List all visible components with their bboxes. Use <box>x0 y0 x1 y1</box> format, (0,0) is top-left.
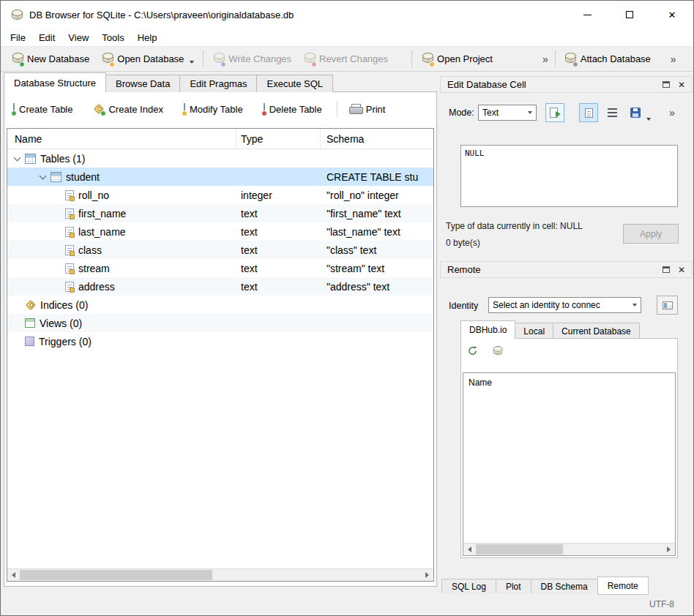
tab-local[interactable]: Local <box>515 323 553 339</box>
print-label: Print <box>366 104 386 115</box>
print-button[interactable]: Print <box>343 99 392 119</box>
write-changes-button[interactable]: Write Changes <box>206 48 297 70</box>
revert-changes-button[interactable]: Revert Changes <box>297 48 394 70</box>
text-mode-button[interactable] <box>579 103 598 122</box>
export-dropdown-icon[interactable] <box>646 118 651 121</box>
close-button[interactable] <box>651 1 693 29</box>
tree-row-first-name[interactable]: first_name text "first_name" text <box>7 204 433 222</box>
scroll-left-button[interactable] <box>7 569 20 581</box>
tab-sql-log[interactable]: SQL Log <box>441 579 496 595</box>
tree-row-roll-no[interactable]: roll_no integer "roll_no" integer <box>7 186 433 204</box>
create-table-button[interactable]: Create Table <box>7 99 78 119</box>
field-icon <box>65 245 74 255</box>
tab-execute-sql[interactable]: Execute SQL <box>256 75 333 92</box>
scrollbar-track[interactable] <box>20 569 421 581</box>
toolbar-overflow-button[interactable]: » <box>539 53 552 65</box>
chevron-down-icon[interactable] <box>14 155 20 162</box>
menu-help[interactable]: Help <box>131 30 164 45</box>
main-tab-bar: Database Structure Browse Data Edit Prag… <box>4 72 332 92</box>
create-table-label: Create Table <box>19 104 72 115</box>
tab-dbhub[interactable]: DBHub.io <box>460 320 515 339</box>
scroll-right-button[interactable] <box>663 544 675 555</box>
float-panel-icon[interactable] <box>663 81 670 88</box>
tree-row-tables[interactable]: Tables (1) <box>7 149 433 168</box>
tree-schema: "first_name" text <box>321 208 433 219</box>
column-header-schema[interactable]: Schema <box>321 129 433 149</box>
menu-view[interactable]: View <box>61 30 95 45</box>
tab-db-schema[interactable]: DB Schema <box>531 579 598 595</box>
tree-row-address[interactable]: address text "address" text <box>7 277 433 296</box>
scrollbar-thumb[interactable] <box>20 570 212 580</box>
edit-cell-panel-header: Edit Database Cell <box>440 76 693 93</box>
column-header-type[interactable]: Type <box>236 129 321 149</box>
scroll-right-button[interactable] <box>421 569 433 581</box>
schema-tree: Name Type Schema Tables (1) student CREA… <box>7 128 434 582</box>
tree-row-last-name[interactable]: last_name text "last_name" text <box>7 222 433 241</box>
tree-row-indices[interactable]: Indices (0) <box>7 296 433 314</box>
close-panel-icon[interactable] <box>678 79 685 90</box>
horizontal-scrollbar[interactable] <box>463 543 675 555</box>
delete-table-button[interactable]: Delete Table <box>258 99 328 119</box>
identity-settings-button[interactable] <box>657 296 678 315</box>
clone-database-button[interactable] <box>491 345 503 356</box>
remote-content: Name <box>460 338 678 558</box>
scrollbar-thumb[interactable] <box>476 544 563 555</box>
export-button[interactable] <box>626 103 645 122</box>
minimize-icon <box>583 15 592 15</box>
horizontal-scrollbar[interactable] <box>7 568 433 581</box>
open-project-button[interactable]: Open Project <box>415 48 499 70</box>
tab-remote[interactable]: Remote <box>597 576 649 595</box>
remote-list-header: Name <box>463 373 675 388</box>
scrollbar-track[interactable] <box>476 544 663 555</box>
structure-toolbar: Create Table Create Index Modify Table D… <box>7 96 400 122</box>
toolbar-overflow-button[interactable]: » <box>667 53 680 65</box>
mode-select[interactable]: Text <box>478 105 537 121</box>
tree-row-stream[interactable]: stream text "stream" text <box>7 259 433 277</box>
tab-current-database[interactable]: Current Database <box>553 323 640 339</box>
close-panel-icon[interactable] <box>678 264 685 275</box>
tree-row-class[interactable]: class text "class" text <box>7 241 433 259</box>
remote-database-list[interactable]: Name <box>463 372 676 556</box>
float-panel-icon[interactable] <box>663 266 670 273</box>
cell-editor[interactable]: NULL <box>460 145 678 207</box>
text-page-icon <box>585 108 593 118</box>
word-wrap-button[interactable] <box>602 103 622 122</box>
menu-tools[interactable]: Tools <box>95 30 130 45</box>
menu-edit[interactable]: Edit <box>32 30 61 45</box>
tree-schema: "last_name" text <box>321 226 433 238</box>
tab-database-structure[interactable]: Database Structure <box>4 72 106 92</box>
tree-schema: CREATE TABLE stu <box>321 171 433 183</box>
identity-select[interactable]: Select an identity to connec <box>488 297 641 313</box>
tree-schema: "roll_no" integer <box>321 189 433 201</box>
tree-row-triggers[interactable]: Triggers (0) <box>7 332 433 350</box>
column-header-name[interactable]: Name <box>7 129 236 149</box>
create-index-button[interactable]: Create Index <box>87 99 168 119</box>
chevron-down-icon[interactable] <box>40 173 46 180</box>
main-toolbar: New Database Open Database Write Changes… <box>1 46 693 72</box>
maximize-button[interactable] <box>608 1 651 29</box>
refresh-button[interactable] <box>467 345 478 356</box>
scroll-left-button[interactable] <box>463 544 476 555</box>
field-icon <box>65 209 74 219</box>
indices-icon <box>25 299 36 310</box>
tree-row-student[interactable]: student CREATE TABLE stu <box>7 168 433 186</box>
tree-row-views[interactable]: Views (0) <box>7 314 433 332</box>
tab-edit-pragmas[interactable]: Edit Pragmas <box>179 75 257 92</box>
new-database-button[interactable]: New Database <box>5 48 95 70</box>
tree-type: text <box>236 244 321 256</box>
cell-size-info: 0 byte(s) <box>446 238 480 248</box>
edit-cell-overflow-button[interactable]: » <box>665 107 679 119</box>
menu-file[interactable]: File <box>4 30 32 45</box>
remote-panel-header: Remote <box>440 261 693 278</box>
import-button[interactable] <box>545 103 564 122</box>
open-database-dropdown-icon[interactable] <box>190 61 194 64</box>
minimize-button[interactable] <box>566 1 608 29</box>
apply-button[interactable]: Apply <box>623 224 679 244</box>
app-icon <box>10 9 22 20</box>
tab-plot[interactable]: Plot <box>496 579 531 595</box>
attach-database-button[interactable]: Attach Database <box>559 48 657 70</box>
modify-table-button[interactable]: Modify Table <box>178 99 249 119</box>
expander-placeholder <box>14 320 20 326</box>
open-database-button[interactable]: Open Database <box>95 48 200 70</box>
tab-browse-data[interactable]: Browse Data <box>105 75 180 92</box>
